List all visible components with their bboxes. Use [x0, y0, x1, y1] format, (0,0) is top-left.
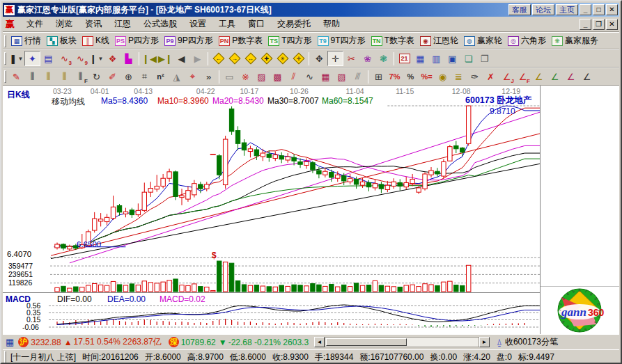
angle-win-tool[interactable]: ∠	[563, 69, 579, 84]
time-ruler-tool[interactable]: ⌗	[137, 69, 153, 84]
more-tools-button[interactable]: »	[201, 69, 217, 84]
calculator-button[interactable]: ▦	[412, 51, 428, 66]
golden-band-tool[interactable]: ⫼	[56, 69, 72, 84]
mdi-close-button[interactable]: ✕	[606, 19, 618, 30]
leaf-tool-button[interactable]: ❃	[375, 51, 391, 66]
winner-service-button[interactable]: ❋赢家服务	[550, 33, 600, 48]
scroll-left-button[interactable]: ◄	[314, 337, 325, 347]
menu-item-资讯[interactable]: 资讯	[79, 17, 108, 31]
candle-style-selector[interactable]: ❙▼	[88, 51, 104, 66]
p-number-table-button[interactable]: PNP数字表	[217, 33, 265, 48]
horizontal-scrollbar[interactable]: ◄ ►	[314, 337, 490, 348]
scroll-right-button[interactable]: ►	[479, 337, 490, 347]
quote-tab-button[interactable]: 收600173分笔	[505, 336, 558, 348]
customer-service-button[interactable]: 客服	[508, 4, 531, 15]
save-button[interactable]: ▣	[444, 51, 460, 66]
quotes-button[interactable]: ▦行情	[9, 33, 43, 48]
gann-compass-tool[interactable]: ⊕	[120, 69, 137, 84]
close-button[interactable]: ✕	[606, 4, 618, 15]
fan-dense-tool[interactable]: ▩	[270, 69, 286, 84]
flower-tool-button[interactable]: ❀	[359, 51, 375, 66]
scrollbar-track[interactable]	[325, 337, 479, 347]
notes-button[interactable]: ▥	[428, 51, 444, 66]
scale-tool[interactable]: ⊞	[371, 69, 387, 84]
winner-wheel-button[interactable]: ◍赢家轮	[462, 33, 504, 48]
angle-four-tool[interactable]: ∠	[579, 69, 595, 84]
menu-item-交易委托[interactable]: 交易委托	[271, 17, 317, 31]
fan-grid-tool[interactable]: ▨	[254, 69, 270, 84]
target-tool[interactable]: ⌖	[185, 69, 201, 84]
n-square-tool[interactable]: n²	[153, 69, 169, 84]
hexagon-button[interactable]: ◎六角形	[506, 33, 548, 48]
angle-j-tool[interactable]: ∠J	[499, 69, 515, 84]
fibonacci-tool[interactable]: ⫼F	[72, 69, 88, 84]
angle-wedge-tool[interactable]: ◮	[169, 69, 185, 84]
ink-tool[interactable]: ✑	[467, 69, 483, 84]
diamond-star-button[interactable]: ✳	[274, 51, 290, 66]
diamond-cross-button[interactable]: ✛	[290, 51, 306, 66]
ruler-tool[interactable]: ⫼	[24, 69, 40, 84]
calendar-button[interactable]: 21	[396, 51, 412, 66]
price-grid-tool[interactable]: ▦	[318, 69, 334, 84]
p9-square-button[interactable]: P99P四方形	[162, 33, 215, 48]
menu-item-设置[interactable]: 设置	[183, 17, 212, 31]
golden-section-tool[interactable]: ⫼	[40, 69, 56, 84]
gann-wheel-button[interactable]: ◉江恩轮	[418, 33, 460, 48]
maximize-button[interactable]: □	[593, 4, 605, 15]
percent-tool[interactable]: %	[403, 69, 419, 84]
wave-line-tool[interactable]: ∿	[302, 69, 318, 84]
pencil-tool[interactable]: ✎	[8, 69, 24, 84]
rect-select-tool[interactable]: ▭	[221, 69, 238, 84]
angle-grid-tool[interactable]: ▧	[334, 69, 350, 84]
minimize-button[interactable]: _	[580, 4, 591, 15]
menu-item-公式选股[interactable]: 公式选股	[137, 17, 183, 31]
t-number-table-button[interactable]: TNT数字表	[369, 33, 417, 48]
mdi-minimize-button[interactable]: _	[580, 19, 591, 30]
info-panel-button[interactable]: ▤	[40, 51, 56, 66]
crosshair-button[interactable]: ✛	[327, 51, 343, 66]
step-back-button[interactable]: ◀	[173, 51, 189, 66]
diamond-left-button[interactable]: ←	[210, 51, 226, 66]
cross-angle-tool[interactable]: ✗	[483, 69, 499, 84]
diamond-expand-button[interactable]: ✚	[258, 51, 274, 66]
hatch-lines-tool[interactable]: ⫻	[350, 69, 366, 84]
spiral-tool[interactable]: ↻	[88, 69, 104, 84]
homepage-button[interactable]: 主页	[556, 4, 578, 15]
p-square-button[interactable]: PSP四方形	[113, 33, 161, 48]
gann-overlay-button[interactable]: ❖	[104, 51, 120, 66]
angle-gold-tool[interactable]: ∠	[531, 69, 547, 84]
gann-fan-tool[interactable]: ※	[238, 69, 254, 84]
diamond-hmove-button[interactable]: ↔	[242, 51, 258, 66]
wave-3-button[interactable]: ∿3	[56, 51, 72, 66]
kline-button[interactable]: ║K线	[80, 33, 111, 48]
t9-square-button[interactable]: T99T四方形	[316, 33, 368, 48]
golden-circle-tool[interactable]: ◉	[435, 69, 451, 84]
wave-9-button[interactable]: ∿9	[72, 51, 88, 66]
angle-advance-tool[interactable]: ∠	[547, 69, 563, 84]
diamond-right-button[interactable]: →	[226, 51, 242, 66]
market-grid-icon[interactable]: ▦	[6, 337, 14, 347]
jump-end-button[interactable]: ▶❙	[157, 51, 173, 66]
jump-start-button[interactable]: ❙◀	[141, 51, 157, 66]
scrollbar-thumb[interactable]	[326, 338, 407, 346]
pan-hand-button[interactable]: ✥	[311, 51, 327, 66]
angle-f-tool[interactable]: ∠F	[515, 69, 531, 84]
marker-pen-tool[interactable]: ✐	[104, 69, 120, 84]
forum-button[interactable]: 论坛	[532, 4, 554, 15]
step-forward-button[interactable]: ▶	[189, 51, 205, 66]
measure-button[interactable]: ✂	[343, 51, 359, 66]
speed-lines-tool[interactable]: ⫽	[286, 69, 302, 84]
gann-shape-toggle[interactable]: ✦	[24, 51, 40, 66]
indicator-panel-button[interactable]: ▙	[120, 51, 137, 66]
menu-item-江恩[interactable]: 江恩	[108, 17, 137, 31]
mdi-restore-button[interactable]: ❐	[593, 19, 605, 30]
menu-item-浏览[interactable]: 浏览	[49, 17, 79, 31]
export-image-button[interactable]: ❏	[460, 51, 476, 66]
golden-lines-tool[interactable]: ≣	[451, 69, 467, 84]
percent-line-tool[interactable]: %=	[419, 69, 435, 84]
kline-period-selector[interactable]: ❚▼	[8, 51, 24, 66]
t-square-button[interactable]: TST四方形	[266, 33, 313, 48]
menu-item-帮助[interactable]: 帮助	[317, 17, 346, 31]
percent7-tool[interactable]: 7%	[387, 69, 403, 84]
menu-item-窗口[interactable]: 窗口	[242, 17, 271, 31]
